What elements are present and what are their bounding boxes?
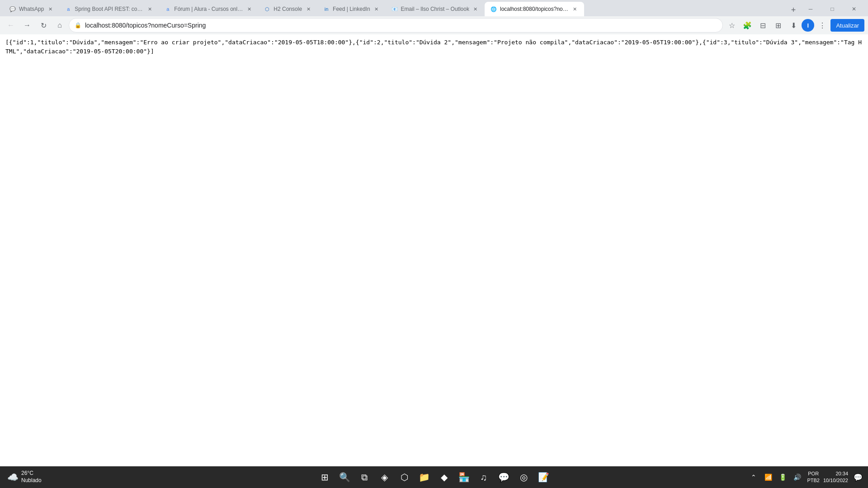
tab-close-email[interactable]: ✕ <box>472 5 479 13</box>
tab-bar: 💬WhatsApp✕aSpring Boot API REST: constru… <box>0 0 868 16</box>
clock-time: 20:34 <box>835 470 848 477</box>
taskbar: ☁️ 26°C Nublado ⊞🔍⧉◈⬡📁◆🏪♫💬◎📝 ⌃ 📶 🔋 🔊 POR… <box>0 466 868 488</box>
tab-title-h2-console: H2 Console <box>274 6 302 12</box>
tab-title-email: Email – Ilso Christ – Outlook <box>401 6 469 12</box>
clock-date: 10/10/2022 <box>823 477 848 484</box>
close-button[interactable]: ✕ <box>844 2 864 16</box>
page-content: [{"id":1,"titulo":"Dúvida","mensagem":"E… <box>0 34 868 466</box>
profile-icon[interactable]: ⊞ <box>771 18 785 33</box>
tab-linkedin[interactable]: inFeed | LinkedIn✕ <box>317 2 386 16</box>
tab-localhost[interactable]: 🌐localhost:8080/topicos?nomeC...✕ <box>485 2 584 16</box>
navigation-bar: ← → ↻ ⌂ 🔒 ☆ 🧩 ⊟ ⊞ ⬇ I ⋮ Atualizar <box>0 16 868 34</box>
taskbar-icon-windows[interactable]: ⊞ <box>316 468 334 486</box>
home-button[interactable]: ⌂ <box>52 18 67 33</box>
tab-title-whatsapp: WhatsApp <box>19 6 44 12</box>
tab-close-linkedin[interactable]: ✕ <box>373 5 380 13</box>
maximize-button[interactable]: □ <box>822 2 843 16</box>
sidebar-icon[interactable]: ⊟ <box>755 18 770 33</box>
tab-favicon-h2-console: ⬡ <box>264 5 271 13</box>
menu-button[interactable]: ⋮ <box>815 18 830 33</box>
tray-network-icon[interactable]: 📶 <box>762 471 774 483</box>
tab-close-localhost[interactable]: ✕ <box>571 5 579 13</box>
taskbar-icon-spotify[interactable]: ♫ <box>475 468 493 486</box>
tab-close-alura-spring[interactable]: ✕ <box>146 5 153 13</box>
taskbar-right: ⌃ 📶 🔋 🔊 POR PTB2 20:34 10/10/2022 💬 <box>747 470 864 484</box>
taskbar-icon-store[interactable]: 🏪 <box>455 468 473 486</box>
tab-alura-spring[interactable]: aSpring Boot API REST: constru✕ <box>59 2 159 16</box>
taskbar-icon-taskview[interactable]: ⧉ <box>355 468 373 486</box>
locale-display: POR PTB2 <box>807 470 820 484</box>
locale-lang: POR <box>808 470 819 477</box>
weather-widget[interactable]: ☁️ 26°C Nublado <box>4 470 45 484</box>
weather-icon: ☁️ <box>7 472 19 483</box>
locale-region: PTB2 <box>807 477 820 484</box>
taskbar-icon-vscode[interactable]: ⬡ <box>395 468 413 486</box>
taskbar-icon-search[interactable]: 🔍 <box>335 468 354 486</box>
address-input[interactable] <box>85 22 717 29</box>
bookmark-star-icon[interactable]: ☆ <box>725 18 739 33</box>
tabs-area: 💬WhatsApp✕aSpring Boot API REST: constru… <box>4 2 787 16</box>
taskbar-icon-dell[interactable]: ◆ <box>435 468 453 486</box>
tab-alura-forum[interactable]: aFórum | Alura - Cursos online d✕ <box>159 2 258 16</box>
tray-volume-icon[interactable]: 🔊 <box>791 471 803 483</box>
taskbar-icon-edge[interactable]: ◈ <box>375 468 393 486</box>
refresh-button[interactable]: ↻ <box>36 18 51 33</box>
tab-favicon-email: 📧 <box>391 5 398 13</box>
tab-close-whatsapp[interactable]: ✕ <box>47 5 54 13</box>
tab-close-h2-console[interactable]: ✕ <box>305 5 312 13</box>
minimize-button[interactable]: ─ <box>800 2 821 16</box>
taskbar-icon-notepad[interactable]: 📝 <box>534 468 552 486</box>
taskbar-icon-explorer[interactable]: 📁 <box>415 468 433 486</box>
tab-favicon-linkedin: in <box>323 5 330 13</box>
tab-title-localhost: localhost:8080/topicos?nomeC... <box>500 6 569 12</box>
tab-title-alura-spring: Spring Boot API REST: constru <box>75 6 143 12</box>
user-profile-button[interactable]: I <box>802 19 814 32</box>
address-lock-icon: 🔒 <box>75 22 81 28</box>
weather-temperature: 26°C <box>21 470 42 477</box>
tab-favicon-localhost: 🌐 <box>490 5 497 13</box>
json-response-text: [{"id":1,"titulo":"Dúvida","mensagem":"E… <box>5 39 862 55</box>
tab-close-alura-forum[interactable]: ✕ <box>245 5 253 13</box>
forward-button[interactable]: → <box>20 18 34 33</box>
tray-battery-icon[interactable]: 🔋 <box>776 471 789 483</box>
taskbar-icon-whatsapp[interactable]: 💬 <box>495 468 513 486</box>
tray-chevron-icon[interactable]: ⌃ <box>747 471 760 483</box>
tab-h2-console[interactable]: ⬡H2 Console✕ <box>258 2 317 16</box>
taskbar-center-icons: ⊞🔍⧉◈⬡📁◆🏪♫💬◎📝 <box>316 468 552 486</box>
system-tray-icons: ⌃ 📶 🔋 🔊 <box>747 471 803 483</box>
browser-chrome: 💬WhatsApp✕aSpring Boot API REST: constru… <box>0 0 868 34</box>
extension-icon[interactable]: 🧩 <box>740 18 755 33</box>
atualizar-button[interactable]: Atualizar <box>830 19 864 32</box>
nav-right-buttons: ☆ 🧩 ⊟ ⊞ ⬇ I ⋮ Atualizar <box>725 18 864 33</box>
weather-description: Nublado <box>21 477 42 484</box>
window-controls: ─ □ ✕ <box>800 2 864 16</box>
taskbar-icon-chrome[interactable]: ◎ <box>514 468 533 486</box>
downloads-icon[interactable]: ⬇ <box>786 18 801 33</box>
tab-favicon-alura-forum: a <box>164 5 171 13</box>
tab-email[interactable]: 📧Email – Ilso Christ – Outlook✕ <box>386 2 485 16</box>
address-bar-container: 🔒 <box>69 18 723 33</box>
notification-center-icon[interactable]: 💬 <box>852 471 864 483</box>
weather-info: 26°C Nublado <box>21 470 42 484</box>
tab-title-alura-forum: Fórum | Alura - Cursos online d <box>174 6 243 12</box>
back-button[interactable]: ← <box>4 18 18 33</box>
clock-widget[interactable]: 20:34 10/10/2022 <box>823 470 848 484</box>
new-tab-button[interactable]: + <box>787 4 800 16</box>
tab-favicon-alura-spring: a <box>65 5 72 13</box>
tab-title-linkedin: Feed | LinkedIn <box>333 6 370 12</box>
tab-whatsapp[interactable]: 💬WhatsApp✕ <box>4 2 59 16</box>
tab-favicon-whatsapp: 💬 <box>9 5 16 13</box>
